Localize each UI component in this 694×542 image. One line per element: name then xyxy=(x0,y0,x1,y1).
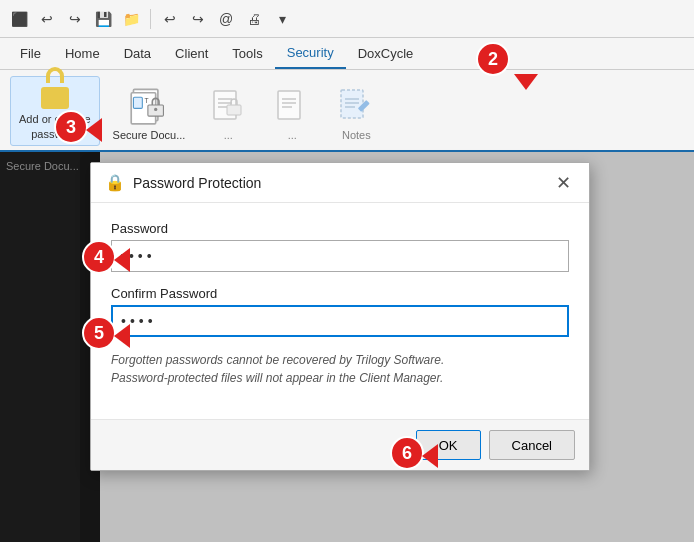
ribbon: Add or changepassword T T Secure Docu... xyxy=(0,70,694,152)
svg-rect-10 xyxy=(278,91,300,119)
step-arrow-2 xyxy=(514,74,538,90)
password-protection-dialog: 🔒 Password Protection ✕ Password Confirm… xyxy=(90,162,590,471)
extra3-label: Notes xyxy=(342,129,371,141)
step-arrow-6 xyxy=(422,444,438,468)
secure-doc-icon: T T xyxy=(129,85,169,125)
lock-shackle xyxy=(46,67,64,83)
ribbon-btn-extra3[interactable]: Notes xyxy=(326,76,386,146)
menu-client[interactable]: Client xyxy=(163,38,220,69)
ribbon-btn-extra1[interactable]: ... xyxy=(198,76,258,146)
ribbon-btn-secure-doc-label: Secure Docu... xyxy=(113,129,186,141)
menu-tools[interactable]: Tools xyxy=(220,38,274,69)
dialog-title-icon: 🔒 xyxy=(105,173,125,192)
menu-doxcycle[interactable]: DoxCycle xyxy=(346,38,426,69)
step-arrow-3 xyxy=(86,118,102,142)
quick-access-toolbar: ⬛ ↩ ↪ 💾 📁 ↩ ↪ @ 🖨 ▾ xyxy=(0,0,694,38)
menu-bar: File Home Data Client Tools Security Dox… xyxy=(0,38,694,70)
extra1-label: ... xyxy=(224,129,233,141)
menu-file[interactable]: File xyxy=(8,38,53,69)
dialog-note: Forgotten passwords cannot be recovered … xyxy=(111,351,569,387)
toolbar-icon-new[interactable]: ⬛ xyxy=(8,8,30,30)
step-badge-4: 4 xyxy=(82,240,116,274)
lock-body xyxy=(41,87,69,109)
dialog-close-button[interactable]: ✕ xyxy=(552,174,575,192)
menu-security[interactable]: Security xyxy=(275,38,346,69)
menu-data[interactable]: Data xyxy=(112,38,163,69)
dialog-titlebar: 🔒 Password Protection ✕ xyxy=(91,163,589,203)
toolbar-icon-redo1[interactable]: ↪ xyxy=(64,8,86,30)
password-input[interactable] xyxy=(111,240,569,272)
step-badge-6: 6 xyxy=(390,436,424,470)
confirm-password-label: Confirm Password xyxy=(111,286,569,301)
toolbar-icon-redo2[interactable]: ↪ xyxy=(187,8,209,30)
extra2-icon xyxy=(272,85,312,125)
menu-home[interactable]: Home xyxy=(53,38,112,69)
toolbar-sep1 xyxy=(150,9,151,29)
lock-icon-wrap xyxy=(35,68,75,108)
step-arrow-4 xyxy=(114,248,130,272)
ribbon-btn-secure-doc[interactable]: T T Secure Docu... xyxy=(104,76,195,146)
toolbar-icon-at[interactable]: @ xyxy=(215,8,237,30)
svg-point-7 xyxy=(154,108,157,111)
svg-rect-9 xyxy=(227,105,241,115)
dialog-title-text: Password Protection xyxy=(133,175,261,191)
confirm-password-field-group: Confirm Password xyxy=(111,286,569,337)
dialog-title-group: 🔒 Password Protection xyxy=(105,173,261,192)
cancel-button[interactable]: Cancel xyxy=(489,430,575,460)
step-badge-5: 5 xyxy=(82,316,116,350)
toolbar-icon-save[interactable]: 💾 xyxy=(92,8,114,30)
toolbar-icon-undo1[interactable]: ↩ xyxy=(36,8,58,30)
dialog-footer: OK Cancel xyxy=(91,419,589,470)
step-badge-2: 2 xyxy=(476,42,510,76)
dialog-body: Password Confirm Password Forgotten pass… xyxy=(91,203,589,419)
lock-icon xyxy=(36,67,74,109)
extra1-icon xyxy=(208,85,248,125)
step-badge-3: 3 xyxy=(54,110,88,144)
ribbon-btn-extra2[interactable]: ... xyxy=(262,76,322,146)
password-field-group: Password xyxy=(111,221,569,272)
confirm-password-input[interactable] xyxy=(111,305,569,337)
toolbar-icon-print[interactable]: 🖨 xyxy=(243,8,265,30)
dialog-overlay: 🔒 Password Protection ✕ Password Confirm… xyxy=(80,152,694,542)
step-arrow-5 xyxy=(114,324,130,348)
secure-doc-icon-wrap: T T xyxy=(129,85,169,125)
toolbar-icon-more[interactable]: ▾ xyxy=(271,8,293,30)
svg-text:T: T xyxy=(144,97,148,104)
extra3-icon xyxy=(336,85,376,125)
password-label: Password xyxy=(111,221,569,236)
extra2-label: ... xyxy=(288,129,297,141)
svg-rect-11 xyxy=(341,90,363,118)
svg-rect-4 xyxy=(133,97,142,108)
toolbar-icon-undo2[interactable]: ↩ xyxy=(159,8,181,30)
toolbar-icon-folder[interactable]: 📁 xyxy=(120,8,142,30)
